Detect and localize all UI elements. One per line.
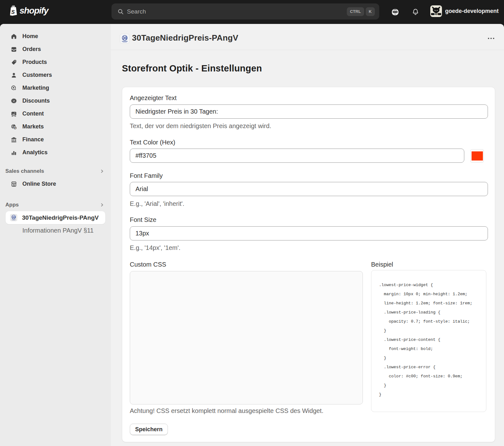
svg-text:S: S (11, 9, 15, 15)
svg-text:30: 30 (12, 215, 15, 219)
svg-text:DS: DS (434, 13, 438, 16)
svg-text:$: $ (14, 126, 16, 129)
svg-text:30: 30 (123, 36, 127, 40)
